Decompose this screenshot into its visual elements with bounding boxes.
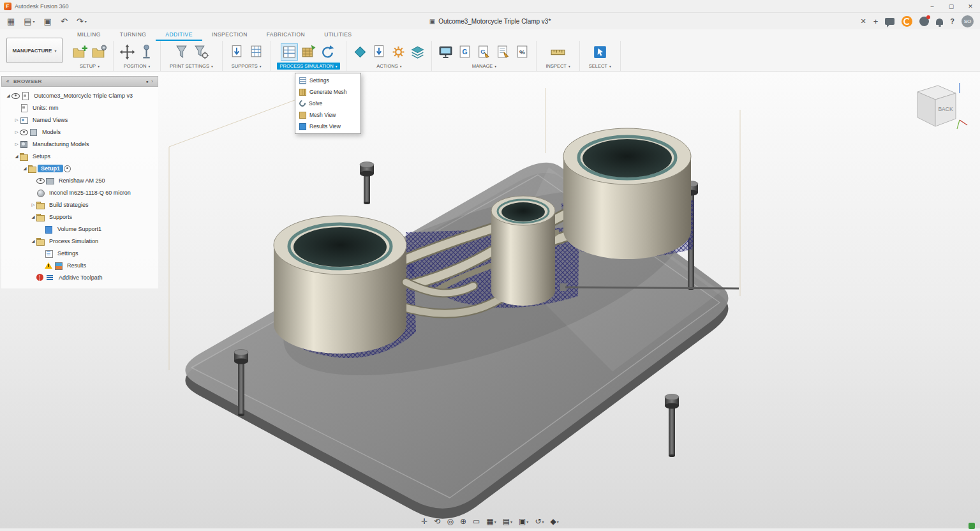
tab-milling[interactable]: MILLING: [68, 29, 110, 41]
undo-button[interactable]: ↶: [56, 14, 72, 28]
tree-icon[interactable]: [20, 153, 28, 160]
tree-item-label[interactable]: Inconel In625-1118-Q 60 micron: [46, 189, 134, 197]
gcode-edit-icon[interactable]: [476, 44, 492, 60]
tree-icon[interactable]: [36, 237, 45, 245]
tree-item-label[interactable]: Results: [64, 262, 89, 269]
tree-item-label[interactable]: Models: [39, 128, 64, 136]
tree-icon[interactable]: [36, 274, 45, 281]
tree-item[interactable]: Renishaw AM 250: [1, 174, 158, 186]
tree-icon[interactable]: [45, 250, 53, 257]
tree-item[interactable]: Volume Support1: [1, 223, 158, 235]
machining-time-icon[interactable]: [390, 44, 406, 60]
setup-folder-icon[interactable]: [91, 44, 107, 60]
tree-item[interactable]: Outcome3_Motorcycle Triple Clamp v3: [1, 89, 158, 101]
tab-additive[interactable]: ADDITIVE: [156, 29, 202, 41]
clamp-bolt-right-front[interactable]: [665, 394, 679, 458]
expand-arrow-icon[interactable]: [30, 214, 36, 220]
tree-icon[interactable]: [20, 116, 28, 124]
bell-icon[interactable]: [936, 19, 943, 25]
tab-turning[interactable]: TURNING: [110, 29, 156, 41]
expand-arrow-icon[interactable]: [5, 93, 11, 98]
expand-arrow-icon[interactable]: [30, 202, 36, 207]
clamp-bolt-back[interactable]: [360, 162, 374, 205]
expand-arrow-icon[interactable]: [22, 166, 28, 171]
navigation-icon[interactable]: ↺ ▾: [535, 518, 544, 525]
group-label-position[interactable]: POSITION▾: [121, 63, 154, 70]
menu-item-generate-mesh[interactable]: Generate Mesh: [295, 86, 360, 98]
tree-item-label[interactable]: Manufacturing Models: [29, 140, 93, 148]
tree-item-label[interactable]: Settings: [54, 250, 82, 257]
lattice-page-icon[interactable]: [248, 44, 264, 60]
tree-item-label[interactable]: Units: mm: [29, 104, 62, 112]
maximize-button[interactable]: ▢: [942, 0, 961, 12]
menu-item-results-view[interactable]: Results View: [295, 121, 360, 132]
group-label-print-settings[interactable]: PRINT SETTINGS▾: [167, 63, 216, 70]
look-at-icon[interactable]: ◎: [447, 518, 453, 525]
group-label-process-simulation[interactable]: PROCESS SIMULATION▾: [277, 63, 341, 70]
measure-icon[interactable]: [550, 44, 566, 60]
new-tab-icon[interactable]: +: [873, 17, 879, 26]
tree-item-label[interactable]: Additive Toolpath: [56, 274, 105, 281]
comments-icon[interactable]: [885, 18, 895, 25]
tab-utilities[interactable]: UTILITIES: [315, 29, 361, 41]
group-label-select[interactable]: SELECT▾: [586, 63, 614, 70]
menu-item-solve[interactable]: Solve: [295, 98, 360, 109]
tree-item-label[interactable]: Named Views: [29, 116, 71, 124]
browser-collapse-icon[interactable]: «: [6, 79, 10, 84]
right-clamp-cylinder[interactable]: [563, 128, 691, 259]
solve-icon[interactable]: [320, 44, 336, 60]
zoom-icon[interactable]: ⊕: [460, 518, 466, 525]
status-green-icon[interactable]: [969, 523, 975, 529]
expand-arrow-icon[interactable]: [13, 130, 20, 135]
fit-icon[interactable]: ▭: [473, 518, 480, 525]
left-clamp-cylinder[interactable]: [274, 216, 406, 354]
tree-icon[interactable]: [20, 128, 28, 136]
tree-icon[interactable]: [36, 201, 45, 209]
minimize-button[interactable]: –: [923, 0, 942, 12]
redo-button[interactable]: ↷▾: [72, 14, 91, 28]
tree-icon[interactable]: [36, 213, 45, 221]
display-settings-icon[interactable]: ▦ ▾: [486, 518, 496, 525]
tree-icon[interactable]: [20, 104, 28, 112]
tree-item[interactable]: Manufacturing Models: [1, 138, 158, 150]
app-grid-icon[interactable]: ▦: [3, 14, 19, 28]
step-layers-icon[interactable]: [410, 44, 426, 60]
simulation-settings-icon[interactable]: [281, 44, 297, 60]
group-label-setup[interactable]: SETUP▾: [77, 63, 103, 70]
save-button[interactable]: ▣: [40, 14, 56, 28]
funnel-gear-icon[interactable]: [193, 44, 209, 60]
expand-arrow-icon[interactable]: [30, 239, 36, 244]
tree-icon[interactable]: [28, 165, 36, 172]
select-icon[interactable]: [592, 44, 608, 60]
tree-icon[interactable]: [20, 140, 28, 148]
tree-item[interactable]: Models: [1, 126, 158, 138]
tree-item[interactable]: Build strategies: [1, 198, 158, 211]
group-label-actions[interactable]: ACTIONS▾: [373, 63, 405, 70]
browser-dot-icon[interactable]: ●: [145, 79, 149, 84]
workspace-selector[interactable]: MANUFACTURE▾: [6, 38, 63, 63]
tree-item-label[interactable]: Setups: [29, 153, 54, 160]
avatar[interactable]: SO: [961, 15, 974, 27]
tab-fabrication[interactable]: FABRICATION: [257, 29, 315, 41]
compare-icon[interactable]: [514, 44, 530, 60]
marking-menu-icon[interactable]: ◆ ▾: [550, 518, 558, 525]
tree-item-label[interactable]: Outcome3_Motorcycle Triple Clamp v3: [31, 92, 136, 100]
menu-item-settings[interactable]: Settings: [295, 75, 360, 86]
tree-item[interactable]: Supports: [1, 211, 158, 223]
tree-item[interactable]: Named Views: [1, 114, 158, 126]
pan-icon[interactable]: ✛: [421, 518, 427, 525]
view-cube[interactable]: BACK: [900, 80, 971, 144]
expand-arrow-icon[interactable]: [13, 117, 20, 123]
support-page-icon[interactable]: [229, 44, 245, 60]
browser-chevron-icon[interactable]: ›: [151, 79, 153, 84]
new-setup-icon[interactable]: [72, 44, 88, 60]
tree-item[interactable]: Settings: [1, 247, 158, 259]
group-label-supports[interactable]: SUPPORTS▾: [228, 63, 265, 70]
tree-item[interactable]: Process Simulation: [1, 235, 158, 247]
move-icon[interactable]: [119, 44, 135, 60]
file-menu-button[interactable]: ▤▾: [19, 14, 39, 28]
tree-icon[interactable]: [36, 177, 45, 184]
tree-item-label[interactable]: Renishaw AM 250: [56, 177, 108, 184]
help-icon[interactable]: ?: [950, 17, 954, 25]
tree-item-label[interactable]: Volume Support1: [54, 225, 105, 233]
